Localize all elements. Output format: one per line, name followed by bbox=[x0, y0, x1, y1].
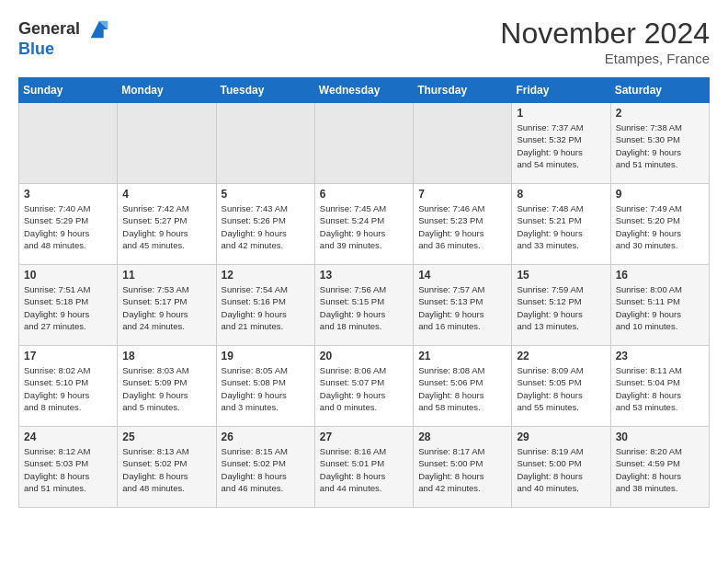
calendar-week-3: 10Sunrise: 7:51 AM Sunset: 5:18 PM Dayli… bbox=[19, 265, 710, 346]
day-info: Sunrise: 8:00 AM Sunset: 5:11 PM Dayligh… bbox=[616, 283, 704, 332]
table-row: 15Sunrise: 7:59 AM Sunset: 5:12 PM Dayli… bbox=[512, 265, 610, 346]
table-row: 18Sunrise: 8:03 AM Sunset: 5:09 PM Dayli… bbox=[118, 346, 216, 427]
day-number: 5 bbox=[222, 188, 310, 201]
day-number: 22 bbox=[517, 350, 605, 362]
calendar-week-4: 17Sunrise: 8:02 AM Sunset: 5:10 PM Dayli… bbox=[19, 346, 710, 427]
day-info: Sunrise: 8:11 AM Sunset: 5:04 PM Dayligh… bbox=[616, 364, 704, 413]
header: General Blue November 2024 Etampes, Fran… bbox=[18, 17, 710, 66]
table-row: 1Sunrise: 7:37 AM Sunset: 5:32 PM Daylig… bbox=[512, 103, 610, 184]
day-info: Sunrise: 7:38 AM Sunset: 5:30 PM Dayligh… bbox=[616, 121, 704, 170]
table-row: 2Sunrise: 7:38 AM Sunset: 5:30 PM Daylig… bbox=[610, 103, 709, 184]
logo: General Blue bbox=[18, 17, 112, 59]
day-info: Sunrise: 7:42 AM Sunset: 5:27 PM Dayligh… bbox=[122, 202, 210, 251]
day-number: 10 bbox=[24, 269, 112, 282]
calendar-week-5: 24Sunrise: 8:12 AM Sunset: 5:03 PM Dayli… bbox=[19, 427, 710, 508]
day-info: Sunrise: 8:05 AM Sunset: 5:08 PM Dayligh… bbox=[222, 364, 310, 413]
day-info: Sunrise: 8:16 AM Sunset: 5:01 PM Dayligh… bbox=[320, 445, 408, 494]
day-number: 15 bbox=[517, 269, 605, 282]
table-row: 17Sunrise: 8:02 AM Sunset: 5:10 PM Dayli… bbox=[19, 346, 118, 427]
day-number: 27 bbox=[320, 431, 408, 443]
day-info: Sunrise: 8:09 AM Sunset: 5:05 PM Dayligh… bbox=[517, 364, 605, 413]
table-row: 13Sunrise: 7:56 AM Sunset: 5:15 PM Dayli… bbox=[314, 265, 413, 346]
table-row: 30Sunrise: 8:20 AM Sunset: 4:59 PM Dayli… bbox=[610, 427, 709, 508]
day-number: 4 bbox=[122, 188, 210, 201]
day-number: 3 bbox=[24, 188, 112, 201]
day-info: Sunrise: 7:56 AM Sunset: 5:15 PM Dayligh… bbox=[320, 283, 408, 332]
header-friday: Friday bbox=[512, 78, 610, 103]
day-info: Sunrise: 8:13 AM Sunset: 5:02 PM Dayligh… bbox=[122, 445, 210, 494]
day-number: 11 bbox=[122, 269, 210, 282]
table-row bbox=[414, 103, 512, 184]
day-number: 18 bbox=[122, 350, 210, 362]
table-row: 28Sunrise: 8:17 AM Sunset: 5:00 PM Dayli… bbox=[414, 427, 512, 508]
day-number: 19 bbox=[222, 350, 310, 362]
day-number: 26 bbox=[222, 431, 310, 443]
day-info: Sunrise: 7:40 AM Sunset: 5:29 PM Dayligh… bbox=[24, 202, 112, 251]
day-number: 14 bbox=[418, 269, 506, 282]
day-number: 17 bbox=[24, 350, 112, 362]
table-row bbox=[118, 103, 216, 184]
day-number: 25 bbox=[122, 431, 210, 443]
table-row: 10Sunrise: 7:51 AM Sunset: 5:18 PM Dayli… bbox=[19, 265, 118, 346]
table-row: 20Sunrise: 8:06 AM Sunset: 5:07 PM Dayli… bbox=[314, 346, 413, 427]
table-row: 11Sunrise: 7:53 AM Sunset: 5:17 PM Dayli… bbox=[118, 265, 216, 346]
calendar-week-1: 1Sunrise: 7:37 AM Sunset: 5:32 PM Daylig… bbox=[19, 103, 710, 184]
location: Etampes, France bbox=[500, 51, 710, 66]
day-info: Sunrise: 7:53 AM Sunset: 5:17 PM Dayligh… bbox=[122, 283, 210, 332]
calendar-header-row: Sunday Monday Tuesday Wednesday Thursday… bbox=[19, 78, 710, 103]
table-row: 25Sunrise: 8:13 AM Sunset: 5:02 PM Dayli… bbox=[118, 427, 216, 508]
day-info: Sunrise: 8:15 AM Sunset: 5:02 PM Dayligh… bbox=[222, 445, 310, 494]
table-row bbox=[314, 103, 413, 184]
day-info: Sunrise: 7:43 AM Sunset: 5:26 PM Dayligh… bbox=[222, 202, 310, 251]
table-row bbox=[19, 103, 118, 184]
table-row: 21Sunrise: 8:08 AM Sunset: 5:06 PM Dayli… bbox=[414, 346, 512, 427]
table-row: 26Sunrise: 8:15 AM Sunset: 5:02 PM Dayli… bbox=[216, 427, 314, 508]
table-row: 7Sunrise: 7:46 AM Sunset: 5:23 PM Daylig… bbox=[414, 184, 512, 265]
day-info: Sunrise: 7:48 AM Sunset: 5:21 PM Dayligh… bbox=[517, 202, 605, 251]
day-number: 24 bbox=[24, 431, 112, 443]
header-sunday: Sunday bbox=[19, 78, 118, 103]
day-info: Sunrise: 8:06 AM Sunset: 5:07 PM Dayligh… bbox=[320, 364, 408, 413]
table-row: 16Sunrise: 8:00 AM Sunset: 5:11 PM Dayli… bbox=[610, 265, 709, 346]
day-number: 8 bbox=[517, 188, 605, 201]
day-number: 9 bbox=[616, 188, 704, 201]
table-row: 8Sunrise: 7:48 AM Sunset: 5:21 PM Daylig… bbox=[512, 184, 610, 265]
header-saturday: Saturday bbox=[610, 78, 709, 103]
month-title: November 2024 bbox=[500, 17, 710, 51]
day-number: 23 bbox=[616, 350, 704, 362]
day-number: 21 bbox=[418, 350, 506, 362]
day-number: 13 bbox=[320, 269, 408, 282]
table-row: 3Sunrise: 7:40 AM Sunset: 5:29 PM Daylig… bbox=[19, 184, 118, 265]
table-row: 4Sunrise: 7:42 AM Sunset: 5:27 PM Daylig… bbox=[118, 184, 216, 265]
table-row: 23Sunrise: 8:11 AM Sunset: 5:04 PM Dayli… bbox=[610, 346, 709, 427]
day-number: 29 bbox=[517, 431, 605, 443]
day-info: Sunrise: 7:51 AM Sunset: 5:18 PM Dayligh… bbox=[24, 283, 112, 332]
day-info: Sunrise: 7:57 AM Sunset: 5:13 PM Dayligh… bbox=[418, 283, 506, 332]
day-info: Sunrise: 8:12 AM Sunset: 5:03 PM Dayligh… bbox=[24, 445, 112, 494]
header-monday: Monday bbox=[118, 78, 216, 103]
table-row bbox=[216, 103, 314, 184]
day-number: 28 bbox=[418, 431, 506, 443]
table-row: 6Sunrise: 7:45 AM Sunset: 5:24 PM Daylig… bbox=[314, 184, 413, 265]
day-number: 20 bbox=[320, 350, 408, 362]
title-block: November 2024 Etampes, France bbox=[500, 17, 710, 66]
day-info: Sunrise: 8:20 AM Sunset: 4:59 PM Dayligh… bbox=[616, 445, 704, 494]
day-info: Sunrise: 7:59 AM Sunset: 5:12 PM Dayligh… bbox=[517, 283, 605, 332]
table-row: 9Sunrise: 7:49 AM Sunset: 5:20 PM Daylig… bbox=[610, 184, 709, 265]
calendar-week-2: 3Sunrise: 7:40 AM Sunset: 5:29 PM Daylig… bbox=[19, 184, 710, 265]
day-info: Sunrise: 7:45 AM Sunset: 5:24 PM Dayligh… bbox=[320, 202, 408, 251]
logo-icon bbox=[86, 17, 112, 42]
table-row: 5Sunrise: 7:43 AM Sunset: 5:26 PM Daylig… bbox=[216, 184, 314, 265]
day-number: 12 bbox=[222, 269, 310, 282]
day-info: Sunrise: 7:37 AM Sunset: 5:32 PM Dayligh… bbox=[517, 121, 605, 170]
day-info: Sunrise: 8:08 AM Sunset: 5:06 PM Dayligh… bbox=[418, 364, 506, 413]
day-number: 6 bbox=[320, 188, 408, 201]
day-number: 2 bbox=[616, 107, 704, 120]
header-tuesday: Tuesday bbox=[216, 78, 314, 103]
header-wednesday: Wednesday bbox=[314, 78, 413, 103]
page: General Blue November 2024 Etampes, Fran… bbox=[0, 0, 728, 517]
day-info: Sunrise: 7:46 AM Sunset: 5:23 PM Dayligh… bbox=[418, 202, 506, 251]
table-row: 24Sunrise: 8:12 AM Sunset: 5:03 PM Dayli… bbox=[19, 427, 118, 508]
table-row: 27Sunrise: 8:16 AM Sunset: 5:01 PM Dayli… bbox=[314, 427, 413, 508]
logo-blue: Blue bbox=[18, 40, 112, 59]
